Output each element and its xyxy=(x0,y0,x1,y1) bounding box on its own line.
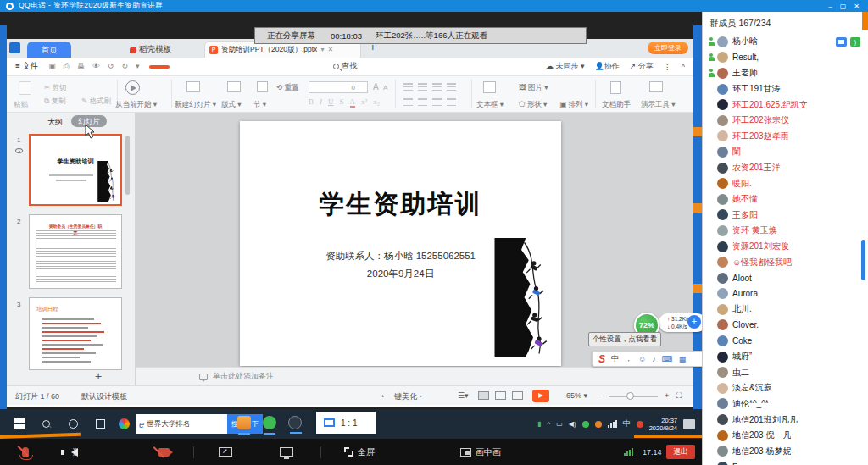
menu-item[interactable] xyxy=(264,65,279,69)
share-button[interactable]: ↗ 分享 xyxy=(630,61,654,72)
menu-item[interactable] xyxy=(218,65,233,69)
undo-icon[interactable]: ↺ xyxy=(108,62,114,71)
bold-button[interactable]: B xyxy=(309,97,314,108)
member-row[interactable]: 王老师 ) xyxy=(703,65,868,81)
present-tools-button[interactable]: 演示工具 ▾ xyxy=(641,100,676,110)
taskbar-clock[interactable]: 20:37 2020/9/24 xyxy=(649,417,677,432)
ime-toolbox-icon[interactable]: ▦ xyxy=(679,355,687,363)
sogou-logo-icon[interactable]: S xyxy=(598,353,605,365)
collaborate-button[interactable]: 👤协作 xyxy=(594,61,619,72)
member-row[interactable]: 王多阳 ) xyxy=(703,208,868,224)
fullscreen-button[interactable]: 全屏 xyxy=(344,439,375,465)
shrink-font-icon[interactable]: A xyxy=(383,84,387,91)
tab-home[interactable]: 首页 xyxy=(27,42,71,58)
new-slide-icon[interactable] xyxy=(186,81,200,92)
play-from-current-icon[interactable] xyxy=(125,80,140,95)
tab-outline[interactable]: 大纲 xyxy=(47,117,63,128)
align-icons[interactable] xyxy=(403,98,456,106)
font-color-button[interactable]: A xyxy=(350,97,356,108)
ratio-popup[interactable]: 1 : 1 xyxy=(316,412,376,434)
italic-button[interactable]: I xyxy=(320,97,322,108)
paste-icon[interactable] xyxy=(19,81,31,95)
network-icon[interactable] xyxy=(608,420,617,428)
member-row[interactable]: 杨小晗 ) xyxy=(703,34,868,50)
member-row[interactable]: 闌 ) xyxy=(703,144,868,160)
tray-expand-icon[interactable]: ^ xyxy=(547,420,550,428)
browser-pinwheel-icon[interactable] xyxy=(114,409,134,439)
menu-item[interactable] xyxy=(279,65,294,69)
doc-helper-button[interactable]: 文档助手 xyxy=(602,100,631,110)
more-menu-icon[interactable]: ⋮ xyxy=(664,63,671,71)
member-list-scrollbar[interactable] xyxy=(861,240,865,280)
qat-dropdown-icon[interactable]: ▾ xyxy=(136,62,140,71)
member-row[interactable]: 迪伦*^_^* ) xyxy=(703,396,868,412)
add-widget-button[interactable]: + xyxy=(687,315,701,329)
battery-icon[interactable]: ▭ xyxy=(556,420,563,428)
shape-button[interactable]: ⬠ 形状 ▾ xyxy=(519,100,547,110)
notification-icon[interactable] xyxy=(683,419,695,429)
doc-helper-icon[interactable] xyxy=(610,81,621,94)
wps-logo-icon[interactable] xyxy=(9,42,20,53)
layout-button[interactable]: 版式 ▾ xyxy=(221,100,242,110)
format-painter-button[interactable]: ✎ 格式刷 xyxy=(81,97,111,107)
sorter-view-icon[interactable] xyxy=(495,391,506,400)
from-current-button[interactable]: 从当前开始 ▾ xyxy=(115,100,157,110)
bullet-list-icons[interactable] xyxy=(403,83,456,91)
sogou-ime-bar[interactable]: S 中 ， ☺ ♪ ⌨ ▦ xyxy=(592,351,704,367)
font-size-input[interactable]: 0 xyxy=(309,81,368,93)
beautify-button[interactable]: ◔ 一键美化 · xyxy=(380,391,421,402)
minimize-button[interactable]: – xyxy=(828,3,832,10)
taskbar-app-green-icon[interactable] xyxy=(263,416,276,429)
underline-button[interactable]: U xyxy=(328,97,334,108)
exit-call-button[interactable]: 退出 xyxy=(666,445,695,459)
member-row[interactable]: 城府” ) xyxy=(703,349,868,365)
find-control[interactable]: 查找 xyxy=(333,61,358,72)
member-row[interactable]: 资环 黄玉焕 ) xyxy=(703,223,868,239)
tab-docer[interactable]: 稻壳模板 xyxy=(130,42,171,58)
output-icon[interactable]: ⎙ xyxy=(64,62,70,71)
member-row[interactable]: Result, ) xyxy=(703,50,868,66)
pip-button[interactable]: 画中画 xyxy=(460,439,501,465)
speaker-button[interactable] xyxy=(71,439,78,465)
slide-thumbnail-3[interactable]: 培训日程 xyxy=(29,297,122,370)
cut-button[interactable]: ✂ 剪切 xyxy=(44,83,66,93)
notes-bar[interactable]: 单击此处添加备注 xyxy=(136,367,693,385)
tray-green-icon[interactable] xyxy=(582,421,589,428)
member-row[interactable]: 环工191甘涛 ) xyxy=(703,81,868,97)
arrange-button[interactable]: ▣ 排列 ▾ xyxy=(559,100,588,110)
slideshow-button[interactable] xyxy=(532,390,549,402)
menu-item[interactable] xyxy=(309,65,325,69)
preview-icon[interactable]: 👁 xyxy=(92,62,100,71)
copy-button[interactable]: ⧉ 复制 xyxy=(44,97,65,107)
member-row[interactable]: 资源201刘宏俊 ) xyxy=(703,239,868,255)
member-row[interactable]: 地信203 倪一凡 ) xyxy=(703,428,868,444)
microphone-muted-button[interactable] xyxy=(22,439,29,465)
reading-view-icon[interactable] xyxy=(512,391,523,400)
taskbar-search-icon[interactable] xyxy=(36,409,56,439)
section-button[interactable]: 节 ▾ xyxy=(253,100,266,110)
redo-icon[interactable]: ↻ xyxy=(121,62,128,71)
sync-status[interactable]: ☁ 未同步 ▾ xyxy=(546,61,585,72)
whiteboard-button[interactable] xyxy=(280,439,293,465)
ime-mode[interactable]: 中 xyxy=(611,353,619,364)
menu-item[interactable] xyxy=(233,65,248,69)
start-button[interactable] xyxy=(7,409,31,439)
cortana-icon[interactable] xyxy=(63,409,83,439)
fit-screen-icon[interactable]: ⛶ xyxy=(676,391,682,401)
close-button[interactable]: ✕ xyxy=(854,3,860,10)
member-row[interactable]: 北川. ) xyxy=(703,302,868,318)
ime-voice-icon[interactable]: ♪ xyxy=(652,355,656,363)
textbox-button[interactable]: 文本框 ▾ xyxy=(476,100,504,110)
tab-close-icon[interactable]: ✕ xyxy=(327,46,333,53)
member-row[interactable]: 虫二 ) xyxy=(703,364,868,380)
member-row[interactable]: 地信201班刘凡凡 ) xyxy=(703,412,868,428)
member-row[interactable]: Aloot ) xyxy=(703,270,868,286)
member-row[interactable]: ☺怪我都怪我吧 ) xyxy=(703,254,868,270)
maximize-button[interactable]: ▢ xyxy=(840,3,847,10)
menu-item[interactable] xyxy=(149,65,170,69)
slide-page[interactable]: 学生资助培训 资助联系人：杨小晗 15255062551 2020年9月24日 xyxy=(240,121,561,366)
zoom-slider-thumb[interactable] xyxy=(626,392,634,400)
grow-font-icon[interactable]: A xyxy=(373,82,379,91)
screen-share-button[interactable] xyxy=(219,439,232,465)
camera-off-button[interactable] xyxy=(158,439,170,465)
